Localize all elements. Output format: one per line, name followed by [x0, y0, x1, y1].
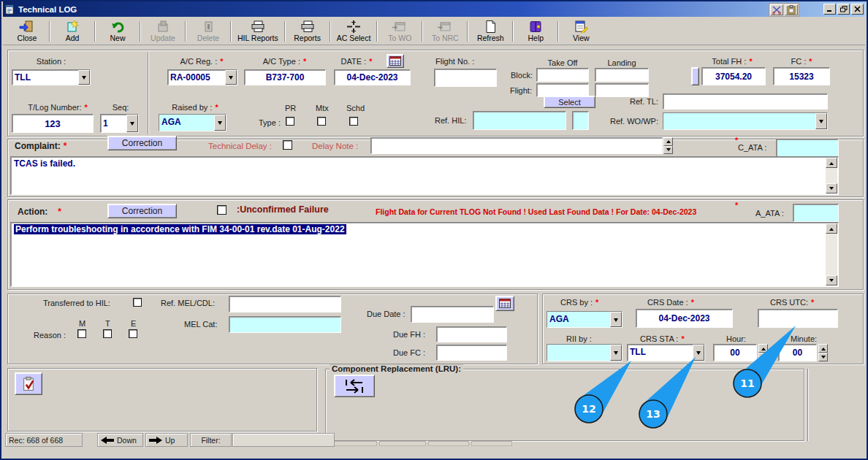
- down-button[interactable]: Down: [97, 433, 143, 447]
- ref-hil-seq-field[interactable]: [572, 111, 589, 130]
- due-date-calendar-button[interactable]: [495, 296, 514, 311]
- type-schd-checkbox[interactable]: [349, 117, 358, 126]
- chevron-down-icon[interactable]: [815, 113, 827, 129]
- spin-up-icon[interactable]: [818, 344, 828, 353]
- complaint-textarea[interactable]: TCAS is failed.: [10, 156, 839, 195]
- toolbar-label: Add: [66, 34, 80, 42]
- fc-field[interactable]: 15323: [773, 67, 830, 85]
- chevron-down-icon[interactable]: [610, 312, 622, 327]
- type-mtx-checkbox[interactable]: [317, 117, 326, 126]
- due-fc-field[interactable]: [436, 345, 507, 361]
- to-nrc-button[interactable]: To NRC: [425, 20, 465, 44]
- complaint-correction-button[interactable]: Correction: [107, 136, 177, 150]
- block-takeoff-field[interactable]: [536, 68, 589, 82]
- reason-e-checkbox[interactable]: [129, 329, 137, 338]
- component-replacement-button[interactable]: [334, 375, 375, 397]
- chevron-down-icon[interactable]: [78, 70, 90, 85]
- delay-note-spinner[interactable]: [663, 137, 673, 154]
- minute-spinner[interactable]: [818, 344, 828, 361]
- add-button[interactable]: Add: [53, 20, 92, 44]
- window-title: Technical LOG: [18, 5, 77, 14]
- spin-down-icon[interactable]: [758, 353, 768, 361]
- minimize-button[interactable]: [823, 4, 836, 15]
- due-fh-field[interactable]: [436, 326, 507, 342]
- ref-wowp-select[interactable]: [663, 112, 828, 130]
- crs-by-select[interactable]: AGA: [547, 311, 623, 328]
- total-fh-field[interactable]: 37054.20: [701, 67, 766, 85]
- complaint-scrollbar[interactable]: [826, 158, 837, 193]
- ref-tl-field[interactable]: [663, 93, 828, 110]
- hour-spinner[interactable]: [758, 344, 768, 361]
- delay-note-field[interactable]: [370, 137, 663, 154]
- crs-sta-select[interactable]: TLL: [627, 344, 705, 361]
- up-button[interactable]: Up: [145, 433, 188, 447]
- chevron-down-icon[interactable]: [126, 115, 138, 132]
- tlog-number-field[interactable]: 123: [12, 114, 94, 133]
- action-correction-button[interactable]: Correction: [107, 204, 177, 218]
- reason-m-checkbox[interactable]: [77, 329, 86, 338]
- chevron-down-icon[interactable]: [610, 345, 622, 361]
- raised-by-select[interactable]: AGA: [159, 114, 226, 131]
- new-button[interactable]: New: [98, 20, 137, 44]
- reports-button[interactable]: Reports: [288, 20, 327, 44]
- scroll-down-icon[interactable]: [826, 275, 837, 285]
- help-button[interactable]: Help: [516, 20, 555, 44]
- ac-select-button[interactable]: AC Select: [333, 20, 375, 44]
- transferred-to-hil-checkbox[interactable]: [133, 298, 142, 307]
- clipboard-icon[interactable]: [785, 4, 798, 15]
- date-field[interactable]: 04-Dec-2023: [334, 69, 411, 85]
- scroll-down-icon[interactable]: [826, 183, 837, 193]
- scroll-up-icon[interactable]: [826, 158, 837, 168]
- reason-t-checkbox[interactable]: [103, 329, 112, 338]
- chevron-down-icon[interactable]: [693, 345, 704, 361]
- scissors-icon[interactable]: [770, 4, 783, 15]
- block-landing-field[interactable]: [595, 68, 649, 82]
- view-button[interactable]: View: [561, 20, 601, 44]
- seq-select[interactable]: 1: [100, 114, 139, 133]
- spin-up-icon[interactable]: [758, 344, 768, 353]
- hil-reports-button[interactable]: HIL Reports: [234, 20, 282, 44]
- select-button[interactable]: Select: [544, 96, 595, 108]
- unconfirmed-failure-checkbox[interactable]: [217, 205, 226, 215]
- delete-button[interactable]: Delete: [189, 20, 228, 44]
- mel-cat-label: MEL Cat:: [184, 320, 217, 329]
- calendar-button[interactable]: [387, 54, 404, 68]
- minute-field[interactable]: 00: [778, 344, 817, 361]
- crs-date-field[interactable]: 04-Dec-2023: [636, 309, 733, 328]
- type-pr-checkbox[interactable]: [286, 117, 294, 126]
- to-wo-button[interactable]: To WO: [380, 20, 419, 44]
- spin-up-icon[interactable]: [663, 137, 673, 146]
- restore-button[interactable]: [837, 4, 850, 15]
- scroll-up-icon[interactable]: [826, 223, 837, 234]
- flight-no-field[interactable]: [434, 69, 497, 87]
- refresh-button[interactable]: Refresh: [471, 20, 510, 44]
- filter-field[interactable]: [232, 433, 335, 447]
- station-select[interactable]: TLL: [12, 69, 91, 85]
- update-button[interactable]: Update: [143, 20, 183, 44]
- ref-mel-cdl-field[interactable]: [229, 296, 341, 313]
- c-ata-field[interactable]: [776, 139, 839, 157]
- checklist-button[interactable]: [15, 372, 42, 395]
- action-scrollbar[interactable]: [826, 223, 837, 285]
- rii-by-select[interactable]: [547, 344, 623, 361]
- ref-hil-field[interactable]: [473, 111, 566, 130]
- ac-type-field[interactable]: B737-700: [244, 69, 326, 85]
- spin-down-icon[interactable]: [818, 353, 828, 361]
- mel-cat-field[interactable]: [229, 316, 341, 333]
- fh-fc-mini-button[interactable]: [691, 67, 699, 85]
- toolbar-separator: [49, 21, 50, 42]
- ac-reg-select[interactable]: RA-00005: [167, 69, 237, 85]
- a-ata-field[interactable]: [793, 204, 839, 222]
- reason-t-label: T: [105, 319, 110, 328]
- hour-field[interactable]: 00: [713, 344, 757, 361]
- crs-utc-field[interactable]: [758, 309, 838, 328]
- flight-landing-field[interactable]: [595, 83, 649, 97]
- action-textarea[interactable]: Perform troubleshooting in accordence wi…: [10, 222, 839, 287]
- chevron-down-icon[interactable]: [214, 115, 226, 131]
- spin-down-icon[interactable]: [663, 146, 673, 155]
- technical-delay-checkbox[interactable]: [283, 140, 292, 150]
- due-date-field[interactable]: [411, 306, 494, 323]
- chevron-down-icon[interactable]: [225, 70, 237, 85]
- close-button[interactable]: Close: [7, 20, 47, 44]
- close-window-button[interactable]: [851, 4, 864, 15]
